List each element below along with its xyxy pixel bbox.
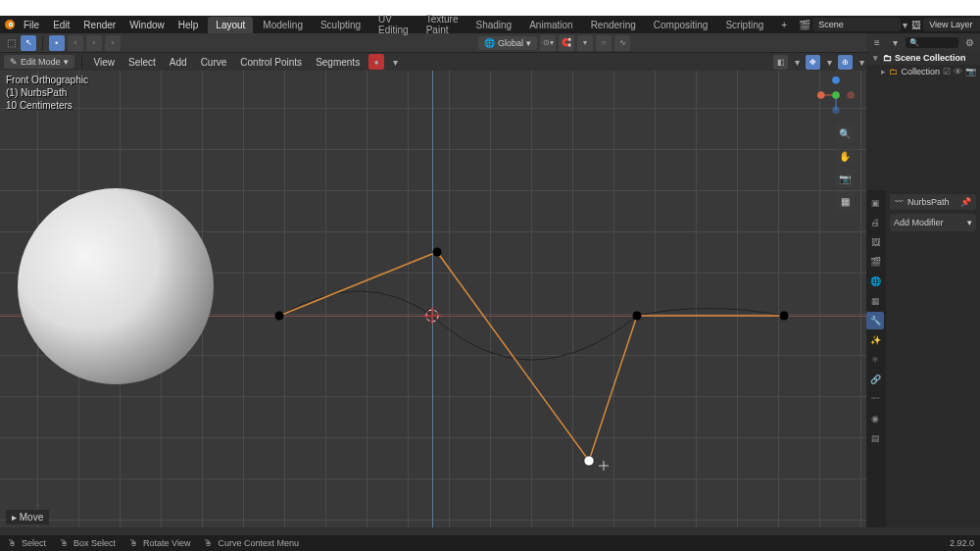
prop-tab-output[interactable]: 🖨 <box>866 214 884 231</box>
status-context: 🖱Curve Context Menu <box>202 537 299 549</box>
prop-tab-texture[interactable]: ▤ <box>866 429 884 447</box>
options-dropdown-icon[interactable]: ▾ <box>388 55 402 69</box>
scene-new-icon[interactable]: ▾ <box>903 18 907 31</box>
scene-name-field[interactable]: Scene <box>812 18 901 31</box>
outliner-search[interactable]: 🔍 <box>906 37 958 48</box>
prop-tab-object[interactable]: ▦ <box>866 292 884 310</box>
workspace-tab-modeling[interactable]: Modeling <box>255 17 311 33</box>
workspace-tab-rendering[interactable]: Rendering <box>583 17 644 33</box>
outliner-editor-icon[interactable]: ≡ <box>870 35 884 49</box>
prop-tab-viewlayer[interactable]: 🖼 <box>866 233 884 251</box>
svg-point-5 <box>584 456 594 466</box>
pin-icon[interactable]: 📌 <box>960 197 971 207</box>
properties-body: 〰 NurbsPath 📌 Add Modifier ▾ <box>886 190 980 527</box>
prop-tab-scene[interactable]: 🎬 <box>866 253 884 271</box>
add-modifier-button[interactable]: Add Modifier ▾ <box>890 214 976 231</box>
viewport-header-2: ✎ Edit Mode ▾ View Select Add Curve Cont… <box>0 53 980 71</box>
workspace-tab-shading[interactable]: Shading <box>467 17 519 33</box>
prop-tab-particles[interactable]: ✨ <box>866 331 884 349</box>
workspace-tab-texturepaint[interactable]: Texture Paint <box>418 11 466 38</box>
camera-view-icon[interactable]: 📷 <box>835 169 855 188</box>
viewport-info: Front Orthographic (1) NurbsPath 10 Cent… <box>6 74 88 112</box>
proportional-dropdown-icon[interactable]: ∿ <box>614 35 630 51</box>
workspace-tab-sculpting[interactable]: Sculpting <box>313 17 368 33</box>
properties-breadcrumb[interactable]: 〰 NurbsPath 📌 <box>890 194 976 210</box>
viewlayer-name-field[interactable]: View Layer <box>923 18 980 31</box>
workspace-tab-scripting[interactable]: Scripting <box>717 17 771 33</box>
proportional-toggle-icon[interactable]: ○ <box>596 35 612 51</box>
collapse-icon[interactable]: ▾ <box>870 53 880 63</box>
outliner-filter-icon[interactable]: ⚙ <box>962 35 976 49</box>
outliner-collection[interactable]: ▸ 🗀 Collection ☑ 👁 📷 <box>866 65 980 78</box>
menu-help[interactable]: Help <box>172 18 205 32</box>
prop-tab-world[interactable]: 🌐 <box>866 273 884 290</box>
cursor-tool-icon[interactable]: ↖ <box>21 35 36 51</box>
snap-dropdown-icon[interactable]: ▾ <box>577 35 593 51</box>
menu-curve[interactable]: Curve <box>196 55 232 70</box>
prop-tab-physics[interactable]: ⚛ <box>866 351 884 369</box>
menu-view[interactable]: View <box>89 55 121 70</box>
outliner-display-icon[interactable]: ▾ <box>888 35 902 49</box>
curve-overlay <box>0 71 866 527</box>
menu-render[interactable]: Render <box>77 18 122 32</box>
viewport-header-1: ⬚ ↖ ▪ ▫ ▫ ▫ 🌐 Global ▾ ⊙▾ 🧲 ▾ ○ ∿ <box>0 33 980 53</box>
mode-dropdown[interactable]: ✎ Edit Mode ▾ <box>4 55 74 69</box>
chevron-down-icon: ▾ <box>967 218 972 227</box>
zoom-tool-icon[interactable]: 🔍 <box>835 124 855 143</box>
menu-edit[interactable]: Edit <box>47 18 75 32</box>
scene-browse-icon[interactable]: 🎬 <box>799 18 810 31</box>
viewlayer-browse-icon[interactable]: 🖼 <box>911 18 921 31</box>
select-edge-icon[interactable]: ▫ <box>68 35 83 51</box>
overlay-selectability-icon[interactable]: ◧ <box>773 55 788 70</box>
pivot-dropdown-icon[interactable]: ⊙▾ <box>540 35 556 51</box>
editor-type-icon[interactable]: ⬚ <box>4 36 18 50</box>
status-select: 🖱Select <box>6 537 46 549</box>
select-all-icon[interactable]: ▫ <box>105 35 121 51</box>
mouse-left-icon: 🖱 <box>58 537 70 549</box>
record-icon[interactable]: ● <box>368 54 384 70</box>
dd1-icon[interactable]: ▾ <box>790 55 804 69</box>
svg-point-2 <box>10 24 12 25</box>
nav-gizmo[interactable] <box>817 76 855 114</box>
workspace-tab-animation[interactable]: Animation <box>521 17 580 33</box>
workspace-tab-add[interactable]: + <box>773 17 795 33</box>
expand-icon[interactable]: ▸ <box>880 67 886 76</box>
menu-segments[interactable]: Segments <box>311 55 365 70</box>
workspace-tab-layout[interactable]: Layout <box>208 17 253 33</box>
status-bar: 🖱Select 🖱Box Select 🖱Rotate View 🖱Curve … <box>0 535 980 551</box>
outliner-header: ≡ ▾ 🔍 ⚙ <box>866 33 980 51</box>
exclude-checkbox-icon[interactable]: ☑ <box>943 67 951 76</box>
viewport-area[interactable]: Front Orthographic (1) NurbsPath 10 Cent… <box>0 71 866 527</box>
disable-render-icon[interactable]: 📷 <box>965 67 976 76</box>
prop-tab-render[interactable]: ▣ <box>866 194 884 212</box>
snap-toggle-icon[interactable]: 🧲 <box>559 35 574 51</box>
svg-point-19 <box>832 106 840 114</box>
top-menu-bar: File Edit Render Window Help Layout Mode… <box>0 16 980 33</box>
prop-tab-constraints[interactable]: 🔗 <box>866 371 884 388</box>
prop-tab-modifier[interactable]: 🔧 <box>866 312 884 329</box>
menu-controlpoints[interactable]: Control Points <box>235 55 307 70</box>
menu-file[interactable]: File <box>18 18 45 32</box>
menu-add[interactable]: Add <box>165 55 192 70</box>
perspective-toggle-icon[interactable]: ▦ <box>835 191 855 211</box>
select-face-icon[interactable]: ▫ <box>86 35 102 51</box>
prop-tab-material[interactable]: ◉ <box>866 410 884 427</box>
dd2-icon[interactable]: ▾ <box>822 55 836 69</box>
status-rotate: 🖱Rotate View <box>127 537 190 549</box>
overlay-toggle-icon[interactable]: ⊕ <box>838 55 853 70</box>
orientation-dropdown[interactable]: 🌐 Global ▾ <box>478 36 537 50</box>
workspace-tab-uvediting[interactable]: UV Editing <box>370 11 416 38</box>
hide-viewport-icon[interactable]: 👁 <box>954 67 962 76</box>
gizmo-toggle-icon[interactable]: ✥ <box>806 55 820 70</box>
operator-hint[interactable]: ▸ Move <box>6 510 49 525</box>
svg-point-18 <box>832 91 840 99</box>
version-label: 2.92.0 <box>950 538 974 548</box>
svg-point-16 <box>817 91 825 99</box>
outliner-scene-collection[interactable]: ▾ 🗀 Scene Collection <box>866 51 980 65</box>
workspace-tab-compositing[interactable]: Compositing <box>646 17 716 33</box>
prop-tab-data[interactable]: 〰 <box>866 390 884 408</box>
menu-select[interactable]: Select <box>123 55 161 70</box>
select-vertex-icon[interactable]: ▪ <box>49 35 65 51</box>
pan-tool-icon[interactable]: ✋ <box>835 146 855 166</box>
menu-window[interactable]: Window <box>123 18 171 32</box>
